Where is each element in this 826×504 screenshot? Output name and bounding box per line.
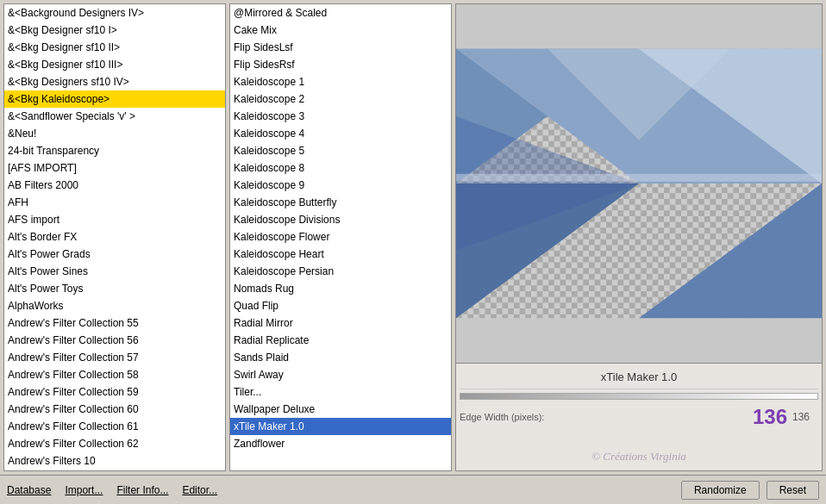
database-button[interactable]: Database	[7, 484, 51, 496]
middle-list-item[interactable]: Quad Flip	[230, 297, 451, 314]
left-list-item[interactable]: Andrew's Filter Collection 55	[4, 314, 225, 332]
left-list-item[interactable]: AFH	[4, 194, 225, 211]
middle-list-item[interactable]: xTile Maker 1.0	[230, 418, 451, 435]
left-list-item[interactable]: 24-bit Transparency	[4, 142, 225, 159]
middle-list-item[interactable]: Kaleidoscope Butterfly	[230, 194, 451, 211]
middle-list-item[interactable]: Kaleidoscope 1	[230, 73, 451, 90]
toolbar-left: Database Import... Filter Info... Editor…	[7, 484, 217, 496]
spacer	[460, 432, 818, 446]
middle-list-item[interactable]: Cake Mix	[230, 22, 451, 39]
main-container: &<Background Designers IV>&<Bkg Designer…	[0, 0, 826, 504]
middle-list-item[interactable]: Kaleidoscope Divisions	[230, 211, 451, 228]
edge-width-value-small: 136	[792, 411, 818, 423]
left-list-item[interactable]: Alt's Power Toys	[4, 280, 225, 297]
left-list-item[interactable]: Andrew's Filter Collection 58	[4, 366, 225, 383]
left-list-item[interactable]: &Neu!	[4, 125, 225, 142]
left-list-item[interactable]: &<Bkg Designer sf10 III>	[4, 56, 225, 73]
left-list-item[interactable]: AlphaWorks	[4, 297, 225, 314]
edge-width-label: Edge Width (pixels):	[460, 412, 735, 422]
middle-list[interactable]: @Mirrored & ScaledCake MixFlip SidesLsfF…	[230, 4, 451, 470]
left-list-item[interactable]: &<Bkg Kaleidoscope>	[4, 90, 225, 108]
gradient-bar	[460, 393, 818, 400]
left-list-item[interactable]: &<Bkg Designer sf10 I>	[4, 22, 225, 39]
left-list-item[interactable]: [AFS IMPORT]	[4, 159, 225, 177]
left-list-item[interactable]: &<Background Designers IV>	[4, 4, 225, 22]
preview-area	[455, 3, 823, 364]
reset-button[interactable]: Reset	[767, 481, 819, 500]
left-list-item[interactable]: AB Filters 2000	[4, 177, 225, 194]
middle-list-item[interactable]: Kaleidoscope 5	[230, 142, 451, 159]
randomize-button[interactable]: Randomize	[681, 481, 760, 500]
left-panel: &<Background Designers IV>&<Bkg Designer…	[3, 3, 226, 471]
left-list-item[interactable]: &<Bkg Designers sf10 IV>	[4, 73, 225, 90]
toolbar-right: Randomize Reset	[681, 481, 819, 500]
watermark: © Créations Virginia	[460, 446, 818, 467]
left-list-item[interactable]: Alt's Border FX	[4, 228, 225, 246]
middle-list-item[interactable]: Zandflower	[230, 435, 451, 452]
middle-list-item[interactable]: Kaleidoscope Heart	[230, 246, 451, 263]
middle-list-item[interactable]: Sands Plaid	[230, 349, 451, 366]
middle-list-item[interactable]: @Mirrored & Scaled	[230, 4, 451, 22]
left-list-item[interactable]: Andrew's Filter Collection 56	[4, 332, 225, 349]
middle-list-item[interactable]: Kaleidoscope 9	[230, 177, 451, 194]
middle-list-item[interactable]: Radial Replicate	[230, 332, 451, 349]
left-list[interactable]: &<Background Designers IV>&<Bkg Designer…	[4, 4, 225, 470]
left-list-item[interactable]: Andrew's Filter Collection 61	[4, 418, 225, 435]
middle-list-item[interactable]: Kaleidoscope 4	[230, 125, 451, 142]
left-list-item[interactable]: Andrew's Filter Collection 57	[4, 349, 225, 366]
import-button[interactable]: Import...	[65, 484, 103, 496]
middle-list-item[interactable]: Kaleidoscope 3	[230, 108, 451, 125]
middle-list-item[interactable]: Nomads Rug	[230, 280, 451, 297]
middle-list-item[interactable]: Radial Mirror	[230, 314, 451, 332]
left-list-item[interactable]: AFS import	[4, 211, 225, 228]
middle-panel: @Mirrored & ScaledCake MixFlip SidesLsfF…	[229, 3, 452, 471]
left-list-item[interactable]: Andrew's Filter Collection 60	[4, 401, 225, 418]
middle-list-item[interactable]: Kaleidoscope 8	[230, 159, 451, 177]
middle-list-item[interactable]: Flip SidesRsf	[230, 56, 451, 73]
middle-list-item[interactable]: Wallpaper Deluxe	[230, 401, 451, 418]
filter-title: xTile Maker 1.0	[460, 367, 818, 389]
middle-list-item[interactable]: Flip SidesLsf	[230, 39, 451, 56]
middle-list-item[interactable]: Kaleidoscope Flower	[230, 228, 451, 246]
preview-svg	[456, 4, 822, 363]
editor-button[interactable]: Editor...	[182, 484, 217, 496]
controls-area: xTile Maker 1.0 Edge Width (pixels): 136…	[455, 364, 823, 471]
right-panel: xTile Maker 1.0 Edge Width (pixels): 136…	[455, 3, 823, 471]
content-area: &<Background Designers IV>&<Bkg Designer…	[0, 0, 826, 475]
middle-list-item[interactable]: Tiler...	[230, 383, 451, 401]
left-list-item[interactable]: &<Bkg Designer sf10 II>	[4, 39, 225, 56]
slider-row: Edge Width (pixels): 136 136	[460, 405, 818, 429]
left-list-item[interactable]: Alt's Power Grads	[4, 246, 225, 263]
left-list-item[interactable]: &<Sandflower Specials 'v' >	[4, 108, 225, 125]
left-list-item[interactable]: Andrew's Filters 10	[4, 452, 225, 470]
left-list-item[interactable]: Andrew's Filter Collection 62	[4, 435, 225, 452]
toolbar: Database Import... Filter Info... Editor…	[0, 475, 826, 504]
middle-list-item[interactable]: Kaleidoscope 2	[230, 90, 451, 108]
filter-info-button[interactable]: Filter Info...	[116, 484, 168, 496]
svg-rect-10	[456, 174, 822, 182]
left-list-item[interactable]: Alt's Power Sines	[4, 263, 225, 280]
left-list-item[interactable]: Andrew's Filter Collection 59	[4, 383, 225, 401]
middle-list-item[interactable]: Swirl Away	[230, 366, 451, 383]
middle-list-item[interactable]: Kaleidoscope Persian	[230, 263, 451, 280]
edge-width-value-large: 136	[735, 405, 787, 429]
